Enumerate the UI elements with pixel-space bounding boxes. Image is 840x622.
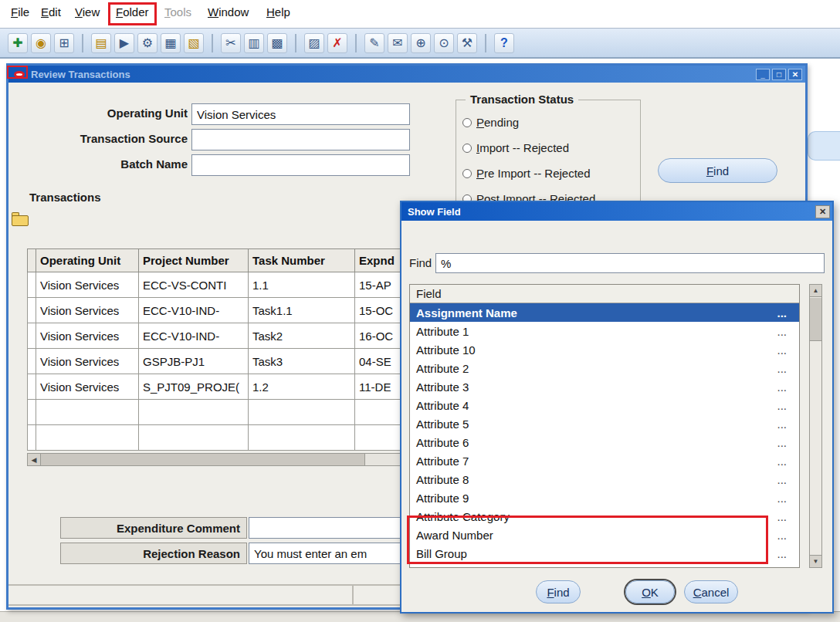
field-item-attribute-5[interactable]: Attribute 5... (410, 414, 799, 433)
cell[interactable]: Vision Services (36, 298, 139, 323)
field-item-attribute-1[interactable]: Attribute 1... (410, 322, 799, 340)
close-icon[interactable]: ✕ (788, 69, 802, 80)
radio-import-rejected[interactable]: Import -- Rejected (462, 141, 569, 154)
scroll-up-icon[interactable]: ▲ (810, 285, 821, 297)
new-icon[interactable]: ✚ (8, 33, 28, 53)
clear-record-icon[interactable]: ▨ (304, 33, 324, 53)
record-selector[interactable] (28, 323, 36, 349)
record-selector[interactable] (28, 349, 36, 374)
cut-icon[interactable]: ✂ (221, 33, 241, 53)
scrollbar-thumb[interactable] (810, 298, 821, 341)
attachments-icon[interactable]: ⊙ (434, 33, 454, 53)
menu-folder[interactable]: Folder (116, 5, 149, 19)
cell[interactable] (249, 425, 355, 451)
field-item-attribute-9[interactable]: Attribute 9... (410, 488, 799, 507)
field-item-attribute-4[interactable]: Attribute 4... (410, 396, 799, 414)
scrollbar-thumb[interactable] (41, 454, 365, 465)
field-item-attribute-6[interactable]: Attribute 6... (410, 433, 799, 451)
help-icon[interactable]: ? (494, 33, 514, 53)
ellipsis-button[interactable]: ... (777, 473, 787, 486)
ellipsis-button[interactable]: ... (777, 417, 787, 431)
ellipsis-button[interactable]: ... (777, 325, 787, 338)
cell[interactable]: Task3 (249, 349, 355, 374)
find-button[interactable]: Find (658, 158, 777, 183)
cell[interactable]: Task2 (249, 323, 355, 349)
field-item-attribute-category[interactable]: Attribute Category... (410, 507, 799, 526)
record-selector[interactable] (28, 425, 36, 451)
menu-help[interactable]: Help (266, 5, 290, 19)
record-selector[interactable] (28, 272, 36, 298)
print-icon[interactable]: ▦ (161, 33, 181, 53)
folder-open-icon[interactable] (12, 212, 30, 227)
dialog-cancel-button[interactable]: Cancel (684, 580, 738, 603)
scroll-left-icon[interactable]: ◀ (28, 454, 41, 465)
cell[interactable]: Vision Services (36, 374, 139, 400)
maximize-icon[interactable]: □ (772, 69, 786, 80)
field-item-attribute-7[interactable]: Attribute 7... (410, 451, 799, 470)
radio-pre-import-rejected[interactable]: Pre Import -- Rejected (462, 167, 591, 180)
menu-window[interactable]: Window (208, 5, 249, 19)
field-item-assignment-name[interactable]: Assignment Name... (410, 303, 799, 322)
ellipsis-button[interactable]: ... (777, 399, 787, 412)
cell[interactable] (139, 400, 249, 425)
cell[interactable] (139, 425, 249, 451)
minimize-icon[interactable]: _ (756, 69, 770, 80)
switch-responsibility-icon[interactable]: ⚙ (137, 33, 158, 53)
record-selector[interactable] (28, 298, 36, 323)
scroll-down-icon[interactable]: ▼ (810, 555, 821, 567)
ellipsis-button[interactable]: ... (777, 566, 787, 569)
world-icon[interactable]: ⊕ (411, 33, 431, 53)
ellipsis-button[interactable]: ... (777, 306, 787, 319)
cell[interactable]: Vision Services (36, 323, 139, 349)
field-item-attribute-2[interactable]: Attribute 2... (410, 359, 799, 377)
dialog-close-icon[interactable]: ✕ (815, 205, 830, 218)
cell[interactable] (36, 425, 139, 451)
field-item-attribute-10[interactable]: Attribute 10... (410, 340, 799, 359)
menu-view[interactable]: View (75, 5, 100, 19)
ellipsis-button[interactable]: ... (777, 455, 787, 468)
cell[interactable]: Task1.1 (249, 298, 355, 323)
ellipsis-button[interactable]: ... (777, 529, 787, 542)
cell[interactable]: ECC-VS-CONTI (139, 272, 249, 298)
radio-pending[interactable]: Pending (462, 116, 519, 129)
ellipsis-button[interactable]: ... (777, 380, 787, 394)
delete-record-icon[interactable]: ✗ (327, 33, 347, 53)
close-form-icon[interactable]: ▧ (184, 33, 204, 53)
zoom-icon[interactable]: ✎ (364, 33, 384, 53)
menu-file[interactable]: File (11, 5, 29, 19)
batch-name-field[interactable] (191, 154, 410, 176)
ellipsis-button[interactable]: ... (777, 510, 787, 523)
translations-icon[interactable]: ✉ (388, 33, 408, 53)
menu-edit[interactable]: Edit (41, 5, 61, 19)
cell[interactable]: ECC-V10-IND- (139, 298, 249, 323)
record-selector[interactable] (28, 374, 36, 400)
cell[interactable]: S_PJT09_PROJE( (139, 374, 249, 400)
find-icon[interactable]: ◉ (31, 33, 51, 53)
ellipsis-button[interactable]: ... (777, 436, 787, 449)
dialog-ok-button[interactable]: OK (625, 580, 675, 603)
folder-tools-icon[interactable]: ⚒ (457, 33, 477, 53)
field-item-billable-flag[interactable]: Billable Flag... (410, 563, 799, 568)
transaction-source-field[interactable] (191, 129, 410, 150)
field-item-attribute-8[interactable]: Attribute 8... (410, 470, 799, 488)
dialog-find-button[interactable]: Find (536, 580, 581, 603)
table-horizontal-scrollbar[interactable]: ◀ (27, 453, 419, 466)
cell[interactable]: Vision Services (36, 272, 139, 298)
operating-unit-field[interactable] (191, 103, 410, 125)
field-item-attribute-3[interactable]: Attribute 3... (410, 377, 799, 396)
ellipsis-button[interactable]: ... (777, 343, 787, 357)
cell[interactable]: ECC-V10-IND- (139, 323, 249, 349)
ellipsis-button[interactable]: ... (777, 492, 787, 505)
next-step-icon[interactable]: ▶ (114, 33, 134, 53)
copy-icon[interactable]: ▥ (244, 33, 264, 53)
dialog-find-input[interactable] (435, 253, 825, 273)
cell[interactable]: Vision Services (36, 349, 139, 374)
save-icon[interactable]: ▤ (91, 33, 111, 53)
record-selector[interactable] (28, 400, 36, 425)
field-item-award-number[interactable]: Award Number... (410, 526, 799, 544)
ellipsis-button[interactable]: ... (777, 362, 787, 375)
field-list-scrollbar[interactable]: ▲ ▼ (809, 284, 822, 568)
ellipsis-button[interactable]: ... (777, 547, 787, 560)
cell[interactable]: 1.1 (249, 272, 355, 298)
cell[interactable]: GSPJB-PJ1 (139, 349, 249, 374)
